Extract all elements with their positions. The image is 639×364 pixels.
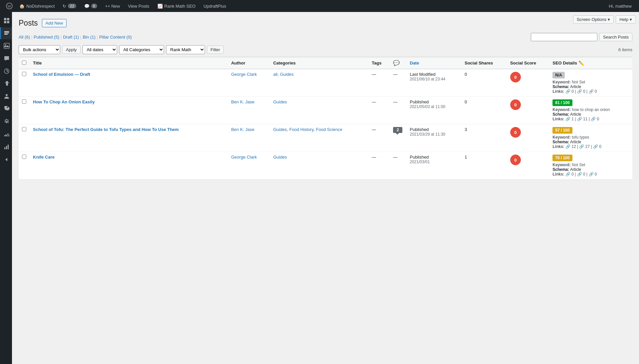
row-social-score-cell: 0 xyxy=(507,97,549,124)
sidebar-comments[interactable] xyxy=(0,53,12,64)
adminbar-rank-math[interactable]: 📈 Rank Math SEO xyxy=(153,0,200,12)
rank-math-icon: 📈 xyxy=(157,4,163,9)
search-posts-button[interactable]: Search Posts xyxy=(599,33,632,41)
seo-score-badge: N/A xyxy=(552,72,565,78)
sidebar-analytics[interactable] xyxy=(0,141,12,153)
row-date-cell: Published 2021/03/01 xyxy=(406,152,461,180)
page-header: Posts Add New xyxy=(19,19,632,28)
svg-rect-5 xyxy=(7,21,9,23)
adminbar-updates[interactable]: ↻ 22 xyxy=(59,0,80,12)
sidebar-dashboard[interactable] xyxy=(0,15,12,27)
svg-rect-13 xyxy=(8,145,9,149)
adminbar-site[interactable]: 🏠 NoDishrespect xyxy=(15,0,59,12)
post-title-link[interactable]: Knife Care xyxy=(33,155,55,160)
post-title-link[interactable]: School of Emulsion — Draft xyxy=(33,72,90,77)
row-title-cell: How To Chop An Onion Easily xyxy=(30,97,228,124)
seo-details-edit-icon[interactable]: ✏️ xyxy=(578,61,584,66)
row-checkbox-cell xyxy=(19,124,30,152)
filter-tab-all[interactable]: All (6) xyxy=(19,35,30,40)
row-comments-cell: — xyxy=(390,97,406,124)
author-link[interactable]: George Clark xyxy=(231,72,257,77)
category-link[interactable]: Guides, Food History, Food Science xyxy=(273,127,342,132)
dates-filter-select[interactable]: All dates xyxy=(83,45,117,54)
row-social-score-cell: 0 xyxy=(507,124,549,152)
select-all-checkbox[interactable] xyxy=(22,61,26,65)
row-checkbox[interactable] xyxy=(22,72,26,76)
post-title-link[interactable]: School of Tofu: The Perfect Guide to Tof… xyxy=(33,127,179,132)
row-checkbox[interactable] xyxy=(22,127,26,131)
filter-tab-bin[interactable]: Bin (1) xyxy=(83,35,95,40)
adminbar-new[interactable]: + + New xyxy=(101,0,124,12)
sidebar-posts[interactable] xyxy=(0,27,12,39)
author-link[interactable]: Ben K. Jase xyxy=(231,99,254,104)
th-social-score: Social Score xyxy=(507,57,549,69)
category-link[interactable]: Guides xyxy=(273,99,287,104)
screen-options-button[interactable]: Screen Options ▾ xyxy=(573,15,614,24)
row-checkbox[interactable] xyxy=(22,99,26,104)
svg-rect-12 xyxy=(6,146,7,149)
filter-tab-draft[interactable]: Draft (1) xyxy=(63,35,79,40)
chevron-down-icon: ▾ xyxy=(630,17,632,22)
author-link[interactable]: George Clark xyxy=(231,155,257,160)
row-seo-details-cell: N/A Keyword: Not Set Schema: Article Lin… xyxy=(549,69,632,97)
sidebar-seo[interactable] xyxy=(0,128,12,140)
wp-logo[interactable]: W xyxy=(3,0,15,12)
th-tags: Tags xyxy=(368,57,390,69)
plus-icon: + xyxy=(105,4,108,9)
svg-point-7 xyxy=(5,44,6,46)
th-social-shares: Social Shares xyxy=(461,57,507,69)
row-seo-details-cell: 81 / 100 Keyword: how to chop an onion S… xyxy=(549,97,632,124)
post-title-link[interactable]: How To Chop An Onion Easily xyxy=(33,99,95,104)
seo-score-badge: 70 / 100 xyxy=(552,155,572,161)
comment-icon: 💬 xyxy=(393,60,400,66)
row-checkbox-cell xyxy=(19,69,30,97)
filter-button[interactable]: Filter xyxy=(207,46,224,54)
sidebar-tools[interactable] xyxy=(0,103,12,115)
row-checkbox[interactable] xyxy=(22,155,26,159)
adminbar-user[interactable]: Hi, matthew xyxy=(605,0,636,12)
row-social-shares-cell: 3 xyxy=(461,124,507,152)
row-author-cell: George Clark xyxy=(228,69,270,97)
add-new-button[interactable]: Add New xyxy=(42,19,67,27)
sidebar-settings[interactable] xyxy=(0,116,12,128)
row-title-cell: School of Tofu: The Perfect Guide to Tof… xyxy=(30,124,228,152)
comment-bubble[interactable]: 2 xyxy=(393,127,402,133)
row-author-cell: Ben K. Jase xyxy=(228,124,270,152)
row-seo-details-cell: 70 / 100 Keyword: Not Set Schema: Articl… xyxy=(549,152,632,180)
posts-table: Title Author Categories Tags 💬 Date Soci… xyxy=(19,57,632,180)
th-date[interactable]: Date xyxy=(406,57,461,69)
sidebar-media[interactable] xyxy=(0,40,12,52)
row-social-shares-cell: 0 xyxy=(461,69,507,97)
items-count: 6 items xyxy=(618,47,632,52)
filter-tab-published[interactable]: Published (5) xyxy=(34,35,59,40)
sidebar-collapse[interactable] xyxy=(0,154,12,166)
th-author: Author xyxy=(228,57,270,69)
social-score-circle: 0 xyxy=(510,127,521,138)
filter-tabs: All (6) | Published (5) | Draft (1) | Bi… xyxy=(19,33,632,41)
row-categories-cell: Guides, Food History, Food Science xyxy=(270,124,368,152)
help-button[interactable]: Help ▾ xyxy=(616,15,636,24)
row-date-cell: Published 2021/03/29 at 11:30 xyxy=(406,124,461,152)
sidebar-users[interactable] xyxy=(0,90,12,102)
row-social-score-cell: 0 xyxy=(507,69,549,97)
th-comments: 💬 xyxy=(390,57,406,69)
row-checkbox-cell xyxy=(19,97,30,124)
row-author-cell: George Clark xyxy=(228,152,270,180)
site-icon: 🏠 xyxy=(19,4,25,9)
author-link[interactable]: Ben K. Jase xyxy=(231,127,254,132)
adminbar-view-posts[interactable]: View Posts xyxy=(124,0,153,12)
category-link[interactable]: all, Guides xyxy=(273,72,294,77)
categories-filter-select[interactable]: All Categories xyxy=(119,45,164,54)
rank-math-select[interactable]: Rank Math xyxy=(166,45,205,54)
apply-button[interactable]: Apply xyxy=(62,46,81,54)
row-title-cell: School of Emulsion — Draft xyxy=(30,69,228,97)
adminbar-comments[interactable]: 💬 0 xyxy=(80,0,101,12)
search-input[interactable] xyxy=(531,33,597,41)
sidebar-plugins[interactable] xyxy=(0,78,12,90)
category-link[interactable]: Guides xyxy=(273,155,287,160)
filter-tab-pillar[interactable]: Pillar Content (0) xyxy=(99,35,132,40)
adminbar-updraftplus[interactable]: UpdraftPlus xyxy=(199,0,230,12)
page-title: Posts xyxy=(19,19,38,28)
bulk-actions-select[interactable]: Bulk actionsEditMove to Bin xyxy=(19,45,60,54)
sidebar-appearance[interactable] xyxy=(0,65,12,77)
